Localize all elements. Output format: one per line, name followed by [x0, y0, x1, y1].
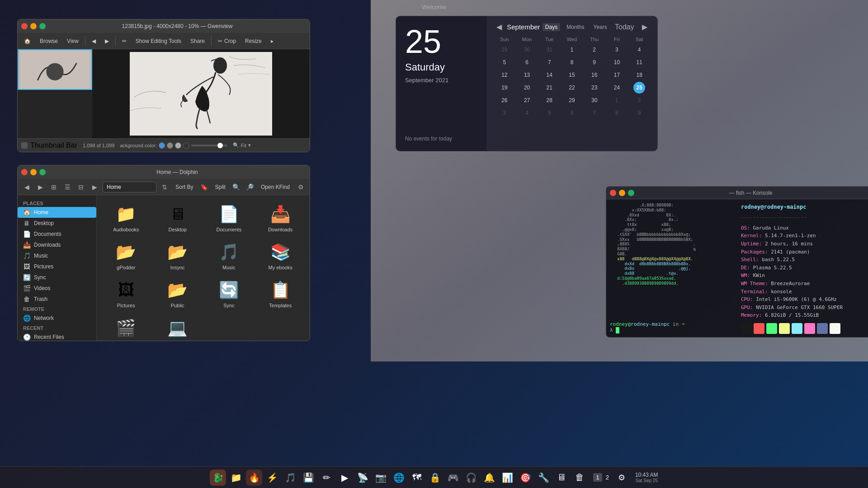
cal-day-5[interactable]: 5 — [499, 56, 510, 68]
konsole-minimize-button[interactable] — [619, 190, 625, 196]
file-item[interactable]: 📂 Public — [154, 277, 202, 311]
dolphin-split-button[interactable]: Split — [212, 183, 228, 191]
sidebar-item-recent-files[interactable]: 🕐 Recent Files — [18, 332, 96, 341]
taskbar-icon-media[interactable]: ▶ — [336, 469, 353, 486]
cal-day-28[interactable]: 28 — [543, 94, 555, 106]
taskbar-icon-camera[interactable]: 📷 — [373, 469, 389, 486]
dolphin-open-kfind-button[interactable]: Open KFind — [258, 183, 292, 191]
system-tray-clock[interactable]: 10:43 AM Sat Sep 25 — [635, 472, 658, 483]
cal-day-2[interactable]: 2 — [589, 44, 600, 56]
cal-day-13[interactable]: 13 — [521, 69, 533, 81]
cal-day-15[interactable]: 15 — [566, 69, 578, 81]
cal-day-18[interactable]: 18 — [633, 69, 645, 81]
workspace-1-button[interactable]: 1 — [593, 473, 602, 482]
gwenview-nav-prev[interactable]: ◀ — [89, 37, 99, 45]
taskbar-icon-files[interactable]: 📁 — [228, 469, 244, 486]
taskbar-icon-trash[interactable]: 🗑 — [571, 469, 588, 486]
taskbar-icon-lock[interactable]: 🔒 — [427, 469, 443, 486]
calendar-next-button[interactable]: ▶ — [639, 22, 650, 32]
file-item[interactable]: 🎬 Videos — [102, 314, 150, 341]
taskbar-icon-bolt[interactable]: ⚡ — [264, 469, 280, 486]
calendar-prev-button[interactable]: ◀ — [494, 22, 505, 32]
color-swatch-gray[interactable] — [167, 142, 173, 149]
cal-day-23[interactable]: 23 — [589, 82, 600, 94]
sidebar-item-documents[interactable]: 📄 Documents — [18, 229, 96, 239]
thumbnail-item-active[interactable] — [18, 49, 92, 90]
file-item[interactable]: 🔄 Sync — [205, 277, 253, 311]
file-item[interactable]: 📋 Templates — [256, 277, 304, 311]
cal-day-6-next[interactable]: 6 — [566, 107, 578, 119]
taskbar-icon-target[interactable]: 🎯 — [517, 469, 533, 486]
cal-day-8-next[interactable]: 8 — [611, 107, 623, 119]
cal-day-10[interactable]: 10 — [611, 56, 623, 68]
taskbar-icon-bell[interactable]: 🔔 — [481, 469, 497, 486]
file-item[interactable]: 📥 Downloads — [256, 201, 304, 235]
cal-day-3-next[interactable]: 3 — [499, 107, 510, 119]
calendar-tab-days[interactable]: Days — [542, 23, 560, 31]
sidebar-item-sync[interactable]: 🔄 Sync — [18, 272, 96, 283]
sidebar-item-home[interactable]: 🏠 Home — [18, 207, 96, 218]
dolphin-sort-icon[interactable]: ⇅ — [159, 182, 170, 192]
cal-day-7[interactable]: 7 — [543, 56, 555, 68]
cal-day-17[interactable]: 17 — [611, 69, 623, 81]
cal-day-7-next[interactable]: 7 — [589, 107, 600, 119]
calendar-tab-months[interactable]: Months — [564, 23, 587, 31]
cal-day-4-next[interactable]: 4 — [521, 107, 533, 119]
cal-day-30-prev[interactable]: 30 — [521, 44, 533, 56]
file-item[interactable]: 💻 VirtualBox VMs — [154, 314, 202, 341]
gwenview-more-button[interactable]: ▸ — [268, 37, 276, 45]
file-item[interactable]: 📂 gPodder — [102, 239, 150, 273]
cal-day-29-prev[interactable]: 29 — [499, 44, 510, 56]
cal-day-11[interactable]: 11 — [633, 56, 645, 68]
gwenview-zoom-slider[interactable] — [191, 145, 227, 146]
cal-day-14[interactable]: 14 — [543, 69, 555, 81]
gwenview-home-button[interactable]: 🏠 — [21, 37, 33, 45]
dolphin-minimize-button[interactable] — [30, 169, 37, 175]
taskbar-icon-edit[interactable]: ✏ — [318, 469, 335, 486]
gwenview-nav-next[interactable]: ▶ — [102, 37, 112, 45]
taskbar-icon-monitor[interactable]: 🖥 — [553, 469, 570, 486]
sidebar-item-pictures[interactable]: 🖼 Pictures — [18, 261, 96, 272]
file-item[interactable]: 📚 My ebooks — [256, 239, 304, 273]
cal-day-12[interactable]: 12 — [499, 69, 510, 81]
cal-day-16[interactable]: 16 — [589, 69, 600, 81]
color-swatch-light-gray[interactable] — [175, 142, 181, 149]
gwenview-view-button[interactable]: View — [64, 37, 81, 45]
cal-day-31-prev[interactable]: 31 — [543, 44, 555, 56]
cal-day-1[interactable]: 1 — [566, 44, 578, 56]
cal-day-19[interactable]: 19 — [499, 82, 510, 94]
dolphin-view-list-button[interactable]: ☰ — [62, 182, 73, 192]
gwenview-crop-button[interactable]: ✂ Crop — [215, 37, 239, 45]
gwenview-thumbnail-sidebar[interactable] — [18, 49, 92, 138]
taskbar-icon-radio[interactable]: 📡 — [354, 469, 371, 486]
cal-day-3[interactable]: 3 — [611, 44, 623, 56]
taskbar-settings-button[interactable]: ⚙ — [613, 469, 630, 486]
gwenview-share-button[interactable]: Share — [188, 37, 208, 45]
cal-day-6[interactable]: 6 — [521, 56, 533, 68]
file-item[interactable]: 📁 Audiobooks — [102, 201, 150, 235]
cal-day-5-next[interactable]: 5 — [543, 107, 555, 119]
taskbar-icon-headphones[interactable]: 🎧 — [463, 469, 479, 486]
sidebar-item-trash[interactable]: 🗑 Trash — [18, 294, 96, 305]
dolphin-close-button[interactable] — [21, 169, 28, 175]
thumbnail-bar-checkbox[interactable] — [21, 142, 28, 149]
dolphin-nav-arrow[interactable]: ▶ — [89, 182, 100, 192]
gwenview-resize-button[interactable]: Resize — [242, 37, 264, 45]
gwenview-show-editing-tools-button[interactable]: Show Editing Tools — [133, 37, 184, 45]
dolphin-view-compact-button[interactable]: ⊟ — [75, 182, 86, 192]
color-swatch-blue[interactable] — [159, 142, 165, 149]
cal-day-1-next[interactable]: 1 — [611, 94, 623, 106]
taskbar-icon-audio[interactable]: 🎵 — [282, 469, 298, 486]
workspace-2-button[interactable]: 2 — [603, 473, 612, 482]
cal-day-8[interactable]: 8 — [566, 56, 578, 68]
taskbar-icon-globe[interactable]: 🌐 — [391, 469, 407, 486]
sidebar-item-music[interactable]: 🎵 Music — [18, 250, 96, 261]
dolphin-path-breadcrumb[interactable]: Home — [103, 182, 156, 192]
cal-day-4[interactable]: 4 — [633, 44, 645, 56]
zoom-dropdown-arrow[interactable]: ▾ — [248, 142, 251, 148]
dolphin-view-icons-button[interactable]: ⊞ — [48, 182, 59, 192]
taskbar-icon-disk[interactable]: 💾 — [300, 469, 316, 486]
konsole-prompt[interactable]: rodney@rodney-mainpc in ~ λ — [610, 321, 685, 333]
calendar-tab-years[interactable]: Years — [591, 23, 610, 31]
cal-day-20[interactable]: 20 — [521, 82, 533, 94]
